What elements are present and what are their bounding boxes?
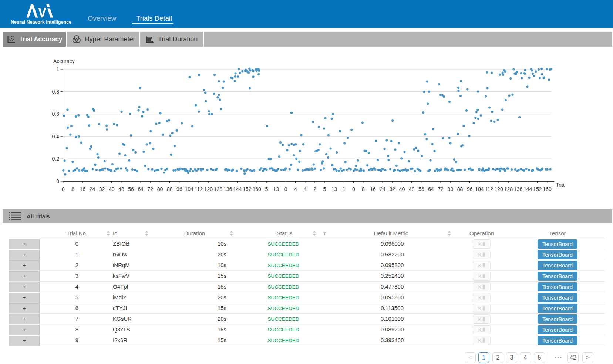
svg-text:32: 32 [390,186,395,192]
svg-text:0.4: 0.4 [52,134,60,139]
svg-text:136: 136 [223,186,232,192]
svg-text:96: 96 [467,186,473,192]
svg-text:56: 56 [418,186,424,192]
svg-text:0: 0 [56,178,59,184]
svg-text:96: 96 [176,186,182,192]
svg-text:0: 0 [284,186,287,192]
svg-text:0.6: 0.6 [52,111,60,117]
svg-text:Trial: Trial [556,182,566,188]
svg-text:72: 72 [438,186,444,192]
svg-text:0.2: 0.2 [52,156,60,162]
svg-text:13: 13 [331,186,337,192]
svg-text:160: 160 [253,186,262,192]
svg-text:8: 8 [362,186,365,192]
svg-text:0: 0 [62,186,65,192]
svg-text:40: 40 [399,186,405,192]
svg-text:104: 104 [185,186,193,192]
svg-text:80: 80 [448,186,454,192]
svg-text:112: 112 [485,186,494,192]
svg-text:2: 2 [313,186,316,192]
svg-text:0: 0 [352,186,355,192]
svg-text:152: 152 [533,186,542,192]
svg-text:48: 48 [118,186,124,192]
svg-text:120: 120 [495,186,503,192]
svg-text:40: 40 [109,186,115,192]
svg-text:144: 144 [523,186,532,192]
svg-text:0.8: 0.8 [52,89,60,95]
svg-text:80: 80 [157,186,163,192]
svg-text:136: 136 [514,186,523,192]
svg-text:64: 64 [428,186,434,192]
svg-text:5: 5 [265,186,268,192]
svg-text:1: 1 [56,66,59,72]
svg-text:Accuracy: Accuracy [53,58,75,64]
svg-text:104: 104 [475,186,484,192]
svg-text:152: 152 [243,186,252,192]
svg-text:112: 112 [195,186,203,192]
svg-text:128: 128 [214,186,223,192]
svg-text:160: 160 [543,186,552,192]
svg-text:5: 5 [323,186,326,192]
svg-text:120: 120 [204,186,213,192]
svg-text:144: 144 [233,186,242,192]
svg-text:64: 64 [138,186,144,192]
svg-text:48: 48 [409,186,415,192]
svg-text:4: 4 [294,186,297,192]
svg-text:1: 1 [343,186,346,192]
svg-text:56: 56 [128,186,134,192]
svg-text:13: 13 [273,186,279,192]
svg-text:32: 32 [99,186,105,192]
svg-text:88: 88 [167,186,173,192]
svg-text:128: 128 [504,186,513,192]
svg-text:16: 16 [80,186,86,192]
svg-text:4: 4 [304,186,307,192]
svg-text:8: 8 [71,186,74,192]
svg-text:72: 72 [148,186,154,192]
svg-text:24: 24 [380,186,386,192]
svg-text:16: 16 [370,186,376,192]
svg-text:24: 24 [90,186,95,192]
svg-text:88: 88 [457,186,463,192]
